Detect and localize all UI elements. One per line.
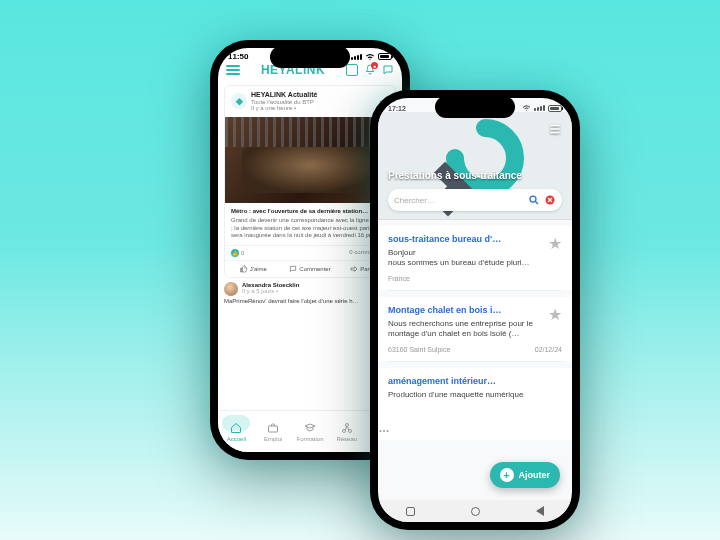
svg-rect-0: [269, 426, 278, 432]
graduation-icon: [304, 422, 316, 434]
search-input[interactable]: Chercher…: [388, 189, 562, 211]
signal-icon: [534, 105, 545, 111]
svg-point-3: [345, 423, 348, 426]
briefcase-icon: [267, 422, 279, 434]
svg-point-6: [386, 430, 388, 432]
view-list-icon[interactable]: [548, 122, 562, 136]
item-body: Bonjournous sommes un bureau d'étude plu…: [388, 248, 562, 269]
item-location: 63160 Saint Sulpice: [388, 346, 450, 353]
list-item[interactable]: Montage chalet en bois i… ★ Nous recherc…: [378, 297, 572, 361]
plus-icon: +: [500, 468, 514, 482]
tab-formation[interactable]: Formation: [292, 411, 329, 452]
dots-icon: [378, 425, 390, 437]
post2-author: Alexandra Stoecklin: [242, 282, 299, 288]
back-icon[interactable]: [536, 506, 544, 516]
svg-point-2: [348, 429, 351, 432]
star-icon[interactable]: ★: [548, 234, 562, 253]
chat-icon[interactable]: [382, 64, 394, 76]
notch: [435, 96, 515, 118]
notifications-icon[interactable]: ●: [364, 64, 376, 76]
hero-header: Prestations à sous-traitance Chercher…: [378, 112, 572, 220]
network-icon: [341, 422, 353, 434]
add-button[interactable]: + Ajouter: [490, 462, 561, 488]
signal-icon: [351, 54, 362, 60]
clear-icon[interactable]: [544, 194, 556, 206]
grid-icon[interactable]: [346, 64, 358, 76]
item-location: France: [388, 275, 410, 282]
status-time: 17:12: [388, 105, 406, 112]
post-subtitle: Toute l'actualité du BTP: [251, 99, 375, 106]
home-icon[interactable]: [471, 507, 480, 516]
item-title: sous-traitance bureau d'…: [388, 234, 562, 244]
item-date: 02/12/24: [535, 346, 562, 353]
android-nav-bar: [378, 500, 572, 522]
battery-icon: [548, 105, 562, 112]
star-icon[interactable]: ★: [548, 305, 562, 324]
list-item[interactable]: aménagement intérieur… Production d'une …: [378, 368, 572, 440]
phone-right: 17:12 Prestations à sous-traitance: [370, 90, 580, 530]
menu-icon[interactable]: [226, 65, 240, 75]
item-title: aménagement intérieur…: [388, 376, 562, 386]
tab-emploi[interactable]: Emploi: [255, 411, 292, 452]
fab-label: Ajouter: [519, 470, 551, 480]
wifi-icon: [522, 104, 531, 112]
post-time: Il y a une heure •: [251, 105, 375, 112]
item-body: Production d'une maquette numérique: [388, 390, 562, 400]
status-time: 11:50: [228, 52, 248, 61]
item-body: Nous recherchons une entreprise pour le …: [388, 319, 562, 340]
comment-button[interactable]: Commenter: [282, 261, 339, 277]
svg-point-4: [379, 430, 381, 432]
item-title: Montage chalet en bois i…: [388, 305, 562, 315]
recent-apps-icon[interactable]: [406, 507, 415, 516]
tab-accueil[interactable]: Accueil: [218, 411, 255, 452]
post-author[interactable]: HEYALINK Actualité: [251, 91, 375, 99]
battery-icon: [378, 53, 392, 60]
home-icon: [230, 422, 242, 434]
post-avatar[interactable]: ◆: [231, 93, 247, 109]
list-item[interactable]: sous-traitance bureau d'… ★ Bonjournous …: [378, 226, 572, 290]
like-count-icon: 👍: [231, 249, 239, 257]
post2-time: Il y a 5 jours •: [242, 288, 299, 294]
like-button[interactable]: J'aime: [225, 261, 282, 277]
post-body: Grand de devenir une correspondance avec…: [231, 217, 388, 238]
page-title: Prestations à sous-traitance: [388, 170, 522, 181]
svg-point-8: [530, 196, 536, 202]
svg-point-5: [383, 430, 385, 432]
like-count: 0: [241, 250, 244, 256]
avatar: [224, 282, 238, 296]
search-icon[interactable]: [528, 194, 540, 206]
notif-badge: ●: [371, 62, 378, 69]
search-placeholder: Chercher…: [394, 196, 524, 205]
post-headline: Métro : avec l'ouverture de sa dernière …: [231, 208, 389, 216]
wifi-icon: [365, 53, 375, 61]
tab-reseau[interactable]: Réseau: [328, 411, 365, 452]
svg-point-1: [342, 429, 345, 432]
notch: [270, 46, 350, 68]
